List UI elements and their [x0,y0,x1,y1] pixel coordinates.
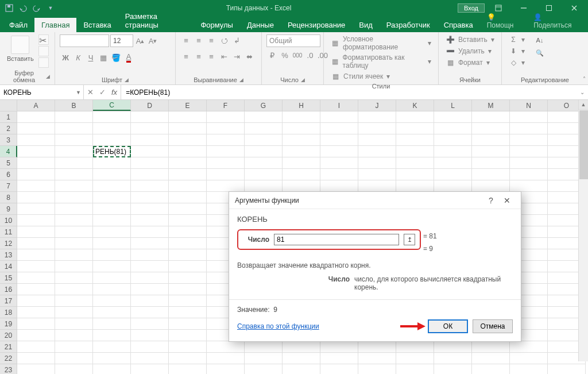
cell[interactable] [510,353,548,364]
cell[interactable] [93,261,131,272]
cell[interactable] [55,238,93,249]
cell[interactable] [17,318,55,330]
row-header[interactable]: 16 [0,284,17,295]
row-header[interactable]: 9 [0,203,17,215]
cell[interactable] [320,353,358,364]
cell[interactable] [283,157,320,169]
cell[interactable] [55,146,93,157]
tab-view[interactable]: Вид [352,18,380,32]
cell[interactable] [548,364,586,374]
cell[interactable] [245,111,283,123]
thousands-icon[interactable]: 000 [292,49,303,61]
cell[interactable] [93,238,131,249]
underline-button[interactable]: Ч [85,52,96,63]
name-box-dropdown-icon[interactable]: ▼ [76,90,81,95]
cell[interactable] [55,318,93,330]
name-box[interactable]: КОРЕНЬ ▼ [0,85,84,99]
share-button[interactable]: 👤 Поделиться [527,10,583,32]
row-header[interactable]: 3 [0,134,17,146]
cell[interactable] [169,157,207,169]
column-header[interactable]: B [55,100,93,111]
cell[interactable] [472,146,510,157]
cell[interactable] [93,295,131,307]
tab-review[interactable]: Рецензирование [281,18,352,32]
row-header[interactable]: 23 [0,364,17,374]
cell[interactable] [131,192,169,203]
cell[interactable] [169,134,207,146]
cell[interactable] [207,123,245,134]
cell[interactable] [17,295,55,307]
cell[interactable] [245,146,283,157]
cell[interactable] [169,341,207,353]
cell[interactable] [396,146,434,157]
cell[interactable] [17,123,55,134]
cell[interactable] [17,261,55,272]
format-as-table-button[interactable]: ▦Форматировать как таблицу ▾ [328,53,434,70]
cell[interactable] [358,134,396,146]
cell[interactable] [169,353,207,364]
cell[interactable] [434,157,472,169]
cell[interactable] [358,341,396,353]
number-launcher-icon[interactable]: ◢ [301,77,305,83]
cell[interactable] [245,123,283,134]
cell[interactable] [245,353,283,364]
row-header[interactable]: 15 [0,272,17,284]
cell[interactable] [434,169,472,180]
cell[interactable] [131,111,169,123]
cell[interactable] [55,284,93,295]
cell[interactable] [510,111,548,123]
cell[interactable] [207,341,245,353]
cell[interactable] [283,180,320,192]
cell[interactable] [510,134,548,146]
cell[interactable] [55,364,93,374]
conditional-formatting-button[interactable]: ▦Условное форматирование ▾ [328,34,434,52]
delete-cells-button[interactable]: ➖Удалить ▾ [443,46,497,56]
cell[interactable] [131,123,169,134]
align-bottom-icon[interactable]: ≡ [206,34,217,46]
cell[interactable] [169,146,207,157]
save-icon[interactable] [5,3,14,13]
fx-icon[interactable]: fx [111,88,117,97]
cell[interactable] [472,134,510,146]
column-header[interactable]: A [17,100,55,111]
tab-file[interactable]: Файл [2,18,34,32]
row-header[interactable]: 8 [0,192,17,203]
paste-button[interactable]: Вставить [5,34,36,63]
cell[interactable] [472,353,510,364]
cell[interactable] [207,146,245,157]
cell[interactable] [358,353,396,364]
cell[interactable] [283,353,320,364]
cell[interactable] [245,157,283,169]
cell[interactable] [169,261,207,272]
tab-home[interactable]: Главная [34,18,76,32]
cell[interactable] [472,169,510,180]
cell[interactable] [320,180,358,192]
cell[interactable] [472,364,510,374]
dialog-titlebar[interactable]: Аргументы функции ? ✕ [229,192,521,209]
column-header[interactable]: I [320,100,358,111]
font-launcher-icon[interactable]: ◢ [125,77,129,83]
cell[interactable] [17,330,55,341]
column-header[interactable]: D [131,100,169,111]
fill-button[interactable]: ⬇▾ [506,46,527,56]
cell[interactable] [169,307,207,318]
alignment-launcher-icon[interactable]: ◢ [239,77,243,83]
tab-developer[interactable]: Разработчик [380,18,437,32]
cell[interactable] [131,364,169,374]
row-header[interactable]: 11 [0,226,17,238]
cell[interactable] [55,272,93,284]
cell[interactable] [283,341,320,353]
cell[interactable] [396,123,434,134]
cell[interactable] [207,134,245,146]
column-header[interactable]: H [283,100,320,111]
cell[interactable] [131,134,169,146]
cell[interactable] [510,364,548,374]
cell[interactable] [510,169,548,180]
cell-styles-button[interactable]: ▦Стили ячеек ▾ [328,71,434,82]
insert-cells-button[interactable]: ➕Вставить ▾ [443,34,497,45]
italic-button[interactable]: К [72,52,84,63]
cell[interactable] [169,295,207,307]
cell[interactable] [434,123,472,134]
arg-input[interactable] [274,234,399,245]
autosum-button[interactable]: Σ▾ [506,34,527,45]
